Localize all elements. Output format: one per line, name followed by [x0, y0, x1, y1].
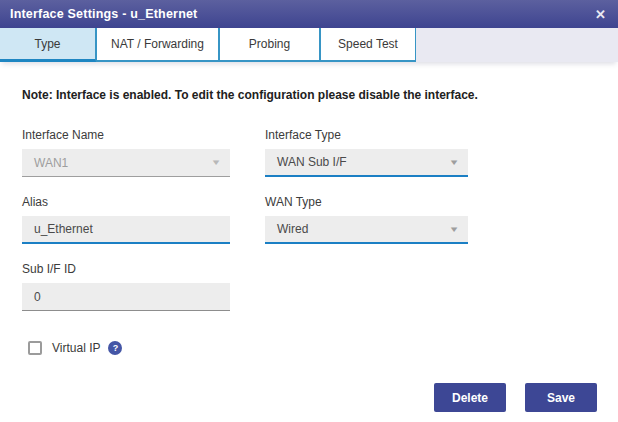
- tab-type-label: Type: [34, 37, 60, 51]
- tab-type[interactable]: Type: [0, 28, 96, 62]
- save-button[interactable]: Save: [525, 383, 597, 412]
- sub-if-id-value: 0: [34, 290, 220, 304]
- tab-speed-test[interactable]: Speed Test: [320, 28, 416, 62]
- interface-type-value: WAN Sub I/F: [277, 155, 450, 169]
- dialog-title: Interface Settings - u_Ethernet: [10, 7, 198, 21]
- tab-speed-test-label: Speed Test: [338, 37, 398, 51]
- virtual-ip-row: Virtual IP ?: [22, 341, 596, 355]
- sub-if-id-input[interactable]: 0: [22, 283, 230, 311]
- interface-type-label: Interface Type: [265, 128, 468, 142]
- dialog-footer: Delete Save: [434, 383, 597, 412]
- interface-name-group: Interface Name WAN1 ▼: [22, 128, 230, 177]
- interface-name-label: Interface Name: [22, 128, 230, 142]
- sub-if-id-group: Sub I/F ID 0: [22, 262, 230, 311]
- delete-button[interactable]: Delete: [434, 383, 506, 412]
- tab-probing[interactable]: Probing: [219, 28, 320, 62]
- chevron-down-icon: ▼: [448, 225, 459, 234]
- alias-group: Alias u_Ethernet: [22, 195, 230, 244]
- dialog-titlebar: Interface Settings - u_Ethernet ✕: [0, 0, 618, 28]
- interface-type-select[interactable]: WAN Sub I/F ▼: [265, 149, 468, 177]
- sub-if-id-label: Sub I/F ID: [22, 262, 230, 276]
- alias-input[interactable]: u_Ethernet: [22, 216, 230, 244]
- interface-name-select[interactable]: WAN1 ▼: [22, 149, 230, 177]
- chevron-down-icon: ▼: [210, 158, 221, 167]
- interface-name-value: WAN1: [34, 156, 212, 170]
- interface-form: Interface Name WAN1 ▼ Interface Type WAN…: [22, 128, 596, 311]
- interface-settings-dialog: Interface Settings - u_Ethernet ✕ Type N…: [0, 0, 618, 422]
- tab-probing-label: Probing: [249, 37, 290, 51]
- close-icon[interactable]: ✕: [593, 6, 608, 23]
- alias-value: u_Ethernet: [34, 222, 220, 236]
- tab-bar: Type NAT / Forwarding Probing Speed Test: [0, 28, 618, 62]
- alias-label: Alias: [22, 195, 230, 209]
- wan-type-label: WAN Type: [265, 195, 468, 209]
- wan-type-group: WAN Type Wired ▼: [265, 195, 468, 244]
- chevron-down-icon: ▼: [448, 158, 459, 167]
- virtual-ip-label: Virtual IP: [52, 341, 100, 355]
- form-spacer: [265, 262, 468, 311]
- tab-panel-type: Note: Interface is enabled. To edit the …: [0, 62, 618, 355]
- wan-type-value: Wired: [277, 222, 450, 236]
- help-icon[interactable]: ?: [108, 341, 122, 355]
- wan-type-select[interactable]: Wired ▼: [265, 216, 468, 244]
- interface-enabled-note: Note: Interface is enabled. To edit the …: [22, 88, 596, 102]
- interface-type-group: Interface Type WAN Sub I/F ▼: [265, 128, 468, 177]
- tab-nat-forwarding-label: NAT / Forwarding: [111, 37, 204, 51]
- tab-bar-filler: [416, 28, 618, 62]
- tab-nat-forwarding[interactable]: NAT / Forwarding: [96, 28, 219, 62]
- virtual-ip-checkbox[interactable]: [28, 341, 42, 355]
